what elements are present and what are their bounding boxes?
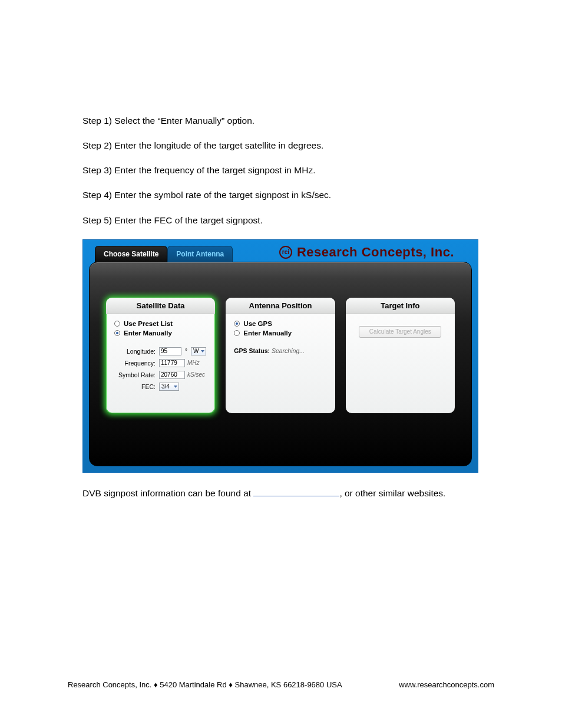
row-longitude: Longitude: 95 ° W [114, 347, 207, 355]
gps-status-value: Searching... [272, 347, 305, 354]
panel-target-info: Target Info Calculate Target Angles [346, 298, 455, 413]
caption-pre: DVB signpost information can be found at [82, 488, 253, 498]
caption-post: , or other similar websites. [339, 488, 445, 498]
panel-title-antenna: Antenna Position [226, 298, 335, 314]
page-footer: Research Concepts, Inc. ♦ 5420 Martindal… [68, 680, 494, 689]
tab-bar: Choose Satellite Point Antenna [95, 246, 233, 262]
gps-status: GPS Status: Searching... [234, 347, 326, 354]
step-2: Step 2) Enter the longitude of the targe… [82, 140, 480, 151]
symbol-rate-input[interactable]: 20760 [159, 371, 185, 379]
panel-antenna-position: Antenna Position Use GPS Enter Manually … [226, 298, 335, 413]
fec-select[interactable]: 3/4 [159, 383, 179, 391]
brand-logo-icon: rci [279, 246, 292, 259]
symbol-rate-unit: kS/sec [187, 371, 205, 378]
radio-icon [234, 321, 240, 327]
fec-label: FEC: [114, 383, 157, 390]
radio-label: Use Preset List [124, 320, 173, 327]
longitude-label: Longitude: [114, 348, 157, 355]
tab-choose-satellite[interactable]: Choose Satellite [95, 246, 167, 262]
row-symbol-rate: Symbol Rate: 20760 kS/sec [114, 371, 207, 379]
radio-label: Use GPS [243, 320, 272, 327]
panel-title-satellite: Satellite Data [106, 298, 215, 314]
step-5: Step 5) Enter the FEC of the target sign… [82, 215, 480, 226]
brand-text: Research Concepts, Inc. [297, 245, 454, 260]
row-frequency: Frequency: 11779 MHz [114, 359, 207, 367]
radio-icon [234, 330, 240, 336]
step-4: Step 4) Enter the symbol rate of the tar… [82, 189, 480, 201]
radio-enter-manually-ant[interactable]: Enter Manually [234, 330, 326, 337]
step-1: Step 1) Select the “Enter Manually” opti… [82, 115, 480, 127]
link-placeholder[interactable] [253, 496, 339, 496]
symbol-rate-label: Symbol Rate: [114, 371, 157, 378]
calculate-target-angles-button: Calculate Target Angles [359, 326, 441, 338]
brand: rci Research Concepts, Inc. [279, 245, 454, 260]
frequency-input[interactable]: 11779 [159, 359, 185, 367]
tab-point-antenna[interactable]: Point Antenna [167, 246, 233, 262]
radio-label: Enter Manually [124, 330, 172, 337]
caption: DVB signpost information can be found at… [82, 488, 480, 499]
footer-left: Research Concepts, Inc. ♦ 5420 Martindal… [68, 680, 342, 689]
radio-use-preset[interactable]: Use Preset List [114, 320, 207, 327]
row-fec: FEC: 3/4 [114, 383, 207, 391]
radio-icon [114, 330, 120, 336]
panel-title-target: Target Info [346, 298, 455, 314]
hemisphere-select[interactable]: W [191, 347, 206, 355]
footer-right: www.researchconcepts.com [399, 680, 494, 689]
degree-symbol: ° [184, 348, 189, 354]
gps-status-label: GPS Status: [234, 347, 270, 354]
app-body: Satellite Data Use Preset List Enter Man… [89, 262, 472, 466]
longitude-input[interactable]: 95 [159, 347, 181, 355]
radio-use-gps[interactable]: Use GPS [234, 320, 326, 327]
radio-icon [114, 321, 120, 327]
radio-enter-manually-sat[interactable]: Enter Manually [114, 330, 207, 337]
frequency-label: Frequency: [114, 360, 157, 367]
frequency-unit: MHz [187, 360, 200, 366]
step-3: Step 3) Enter the frequency of the targe… [82, 164, 480, 176]
radio-label: Enter Manually [243, 330, 292, 337]
app-screenshot: Choose Satellite Point Antenna rci Resea… [82, 239, 478, 473]
panel-satellite-data: Satellite Data Use Preset List Enter Man… [106, 298, 215, 413]
